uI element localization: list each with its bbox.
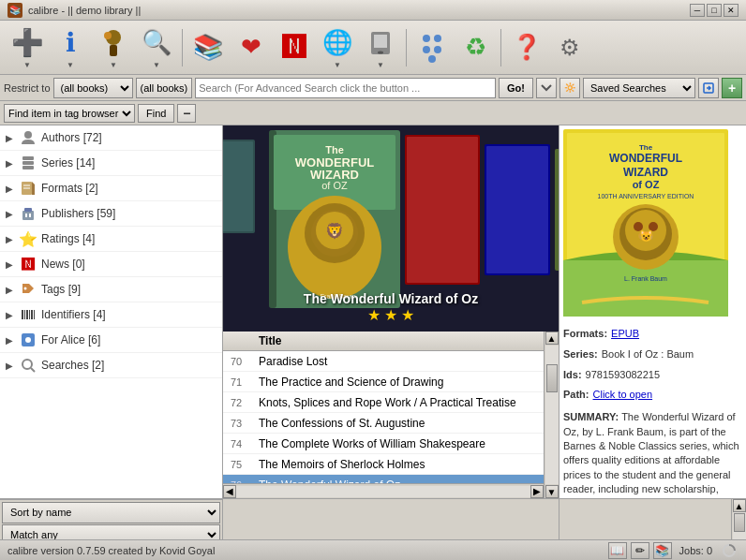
svg-text:🦁: 🦁 xyxy=(325,222,344,240)
detail-scroll-thumb[interactable] xyxy=(734,513,745,532)
scroll-down-button[interactable]: ▼ xyxy=(545,485,559,498)
load-search-button[interactable] xyxy=(698,78,719,98)
help-button[interactable]: ❓ xyxy=(507,28,546,67)
tag-item-identifiers[interactable]: ▶ Identifiers [4] xyxy=(0,302,222,328)
gear-icon: ⚙ xyxy=(553,31,587,65)
close-button[interactable]: ✕ xyxy=(724,4,739,17)
book-title: Knots, Splices and Rope Work / A Practic… xyxy=(259,396,536,409)
search-history-button[interactable] xyxy=(536,78,557,98)
svg-text:WIZARD: WIZARD xyxy=(623,166,668,179)
globe-icon: 🌐 xyxy=(321,26,354,60)
svg-point-10 xyxy=(428,55,436,63)
tag-browser-panel: ▶ Authors [72] ▶ Series [14] ▶ xyxy=(0,125,223,498)
book-icon-button[interactable]: 📖 xyxy=(608,542,627,559)
svg-rect-25 xyxy=(22,310,23,319)
tag-item-searches[interactable]: ▶ Searches [2] xyxy=(0,353,222,378)
add-saved-search-button[interactable]: + xyxy=(722,78,742,98)
formats-value[interactable]: EPUB xyxy=(611,325,639,344)
news-icon: 🅽 xyxy=(277,31,311,65)
toolbar-separator xyxy=(182,29,183,66)
edit-icon-button[interactable]: ✏ xyxy=(631,542,649,559)
library-button[interactable]: 📚 xyxy=(188,28,228,67)
publishers-label: Publishers [59] xyxy=(41,207,218,220)
status-text: calibre version 0.7.59 created by Kovid … xyxy=(7,545,601,556)
svg-line-35 xyxy=(31,368,35,372)
scroll-thumb[interactable] xyxy=(546,364,558,392)
detail-scroll-up[interactable]: ▲ xyxy=(733,499,746,512)
collapse-button[interactable]: − xyxy=(177,104,196,123)
edit-icon xyxy=(97,26,130,60)
book-row-selected[interactable]: 76 The Wonderful Wizard of Oz xyxy=(223,475,544,483)
book-row[interactable]: 71 The Practice and Science of Drawing xyxy=(223,372,544,392)
scroll-right-button[interactable]: ▶ xyxy=(530,485,544,498)
restrict-select[interactable]: (all books) xyxy=(53,78,133,98)
books-icon: 📚 xyxy=(191,31,225,65)
book-cover-display: CALIBRE The WONDERFUL WIZARD of OZ xyxy=(223,125,559,332)
expand-identifiers-icon: ▶ xyxy=(4,309,15,320)
featured-book-stars: ★ ★ ★ xyxy=(223,306,559,324)
book-row[interactable]: 73 The Confessions of St. Augustine xyxy=(223,413,544,434)
tag-browser-bar: Find item in tag browser Find − xyxy=(0,101,746,125)
featured-book-title: The Wonderful Wizard of Oz xyxy=(223,291,559,306)
saved-searches-select[interactable]: Saved Searches xyxy=(583,78,695,98)
tag-item-ratings[interactable]: ▶ ⭐ Ratings [4] xyxy=(0,227,222,252)
book-number: 70 xyxy=(231,356,259,367)
tweak-button[interactable] xyxy=(412,28,452,67)
book-row[interactable]: 75 The Memoirs of Sherlock Holmes xyxy=(223,454,544,475)
news-button[interactable]: 🅽 xyxy=(275,28,314,67)
tag-item-series[interactable]: ▶ Series [14] xyxy=(0,151,222,176)
book-list: Title 70 Paradise Lost 71 The Practice a… xyxy=(223,332,544,498)
maximize-button[interactable]: □ xyxy=(707,4,722,17)
jobs-label: Jobs: 0 xyxy=(679,545,712,556)
book-row[interactable]: 72 Knots, Splices and Rope Work / A Prac… xyxy=(223,392,544,413)
tag-item-for-alice[interactable]: ▶ For Alice [6] xyxy=(0,328,222,353)
expand-searches-icon: ▶ xyxy=(4,360,15,371)
book-list-scroll[interactable]: 70 Paradise Lost 71 The Practice and Sci… xyxy=(223,351,544,483)
scroll-track[interactable] xyxy=(545,346,559,484)
horizontal-scrollbar[interactable]: ◀ ▶ xyxy=(223,483,544,498)
ids-row: Ids: 9781593082215 xyxy=(563,366,742,385)
path-label: Path: xyxy=(563,386,589,405)
recycle-button[interactable]: ♻ xyxy=(455,28,495,67)
favorite-button[interactable]: ❤ xyxy=(231,28,271,67)
path-value[interactable]: Click to open xyxy=(593,386,653,405)
minimize-button[interactable]: ─ xyxy=(690,4,705,17)
scroll-up-button[interactable]: ▲ xyxy=(545,332,559,345)
search-input[interactable] xyxy=(195,78,496,98)
tag-item-publishers[interactable]: ▶ Publishers [59] xyxy=(0,201,222,227)
edit-metadata-button[interactable]: ▼ xyxy=(94,23,133,72)
tag-item-authors[interactable]: ▶ Authors [72] xyxy=(0,125,222,151)
book-row[interactable]: 70 Paradise Lost xyxy=(223,351,544,372)
svg-point-7 xyxy=(434,35,441,42)
tag-item-formats[interactable]: ▶ Formats [2] xyxy=(0,176,222,201)
help-icon: ❓ xyxy=(510,31,544,65)
sort-by-select[interactable]: Sort by name xyxy=(2,502,220,523)
book-list-container: Title 70 Paradise Lost 71 The Practice a… xyxy=(223,332,559,498)
book-details-button[interactable]: ℹ ▼ xyxy=(51,23,90,72)
ratings-icon: ⭐ xyxy=(19,229,37,248)
device-button[interactable]: ▼ xyxy=(361,23,400,72)
book-number: 72 xyxy=(231,397,259,408)
tag-item-news[interactable]: ▶ 🅽 News [0] xyxy=(0,252,222,277)
svg-rect-23 xyxy=(29,214,31,217)
tag-browser-mode-select[interactable]: Find item in tag browser xyxy=(4,104,135,123)
find-button[interactable]: Find xyxy=(138,104,174,123)
library-icon-button[interactable]: 📚 xyxy=(653,542,672,559)
internet-button[interactable]: 🌐 ▼ xyxy=(318,23,357,72)
book-title: The Practice and Science of Drawing xyxy=(259,376,536,389)
settings-button[interactable]: ⚙ xyxy=(550,28,589,67)
formats-icon xyxy=(19,179,37,198)
book-metadata: Formats: EPUB Series: Book I of Oz : Bau… xyxy=(563,325,742,498)
search-button[interactable]: 🔍 ▼ xyxy=(137,23,176,72)
tag-item-tags[interactable]: ▶ Tags [9] xyxy=(0,277,222,302)
add-book-button[interactable]: ➕ ▼ xyxy=(7,23,47,72)
featured-book-title-area: The Wonderful Wizard of Oz ★ ★ ★ xyxy=(223,291,559,324)
toolbar-separator-3 xyxy=(500,29,501,66)
all-books-button[interactable]: (all books) xyxy=(136,78,193,98)
book-row[interactable]: 74 The Complete Works of William Shakesp… xyxy=(223,434,544,454)
vertical-scrollbar[interactable]: ▲ ▼ xyxy=(544,332,559,498)
go-button[interactable]: Go! xyxy=(499,78,533,98)
highlight-button[interactable]: 🔆 xyxy=(560,78,580,98)
scroll-left-button[interactable]: ◀ xyxy=(223,485,236,498)
svg-text:100TH ANNIVERSARY EDITION: 100TH ANNIVERSARY EDITION xyxy=(598,193,694,199)
